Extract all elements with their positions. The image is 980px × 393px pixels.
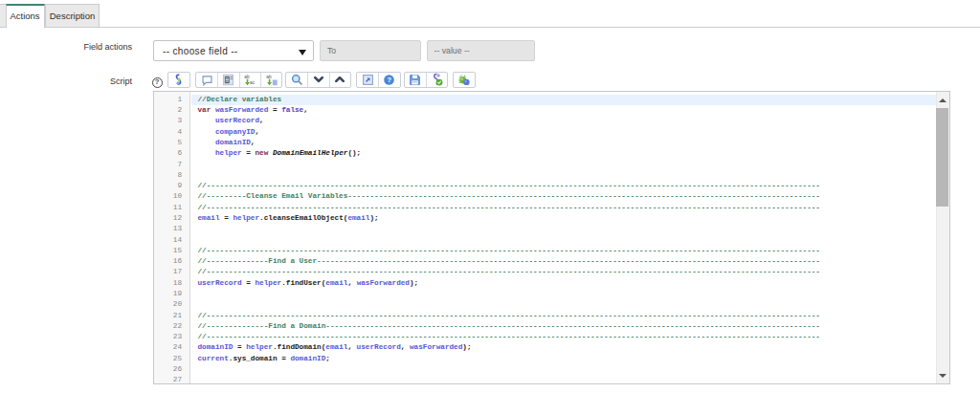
svg-text:ac: ac <box>250 79 256 84</box>
svg-text:?: ? <box>388 75 392 83</box>
svg-text:ab: ab <box>245 74 251 78</box>
svg-text:ab: ab <box>266 74 272 78</box>
